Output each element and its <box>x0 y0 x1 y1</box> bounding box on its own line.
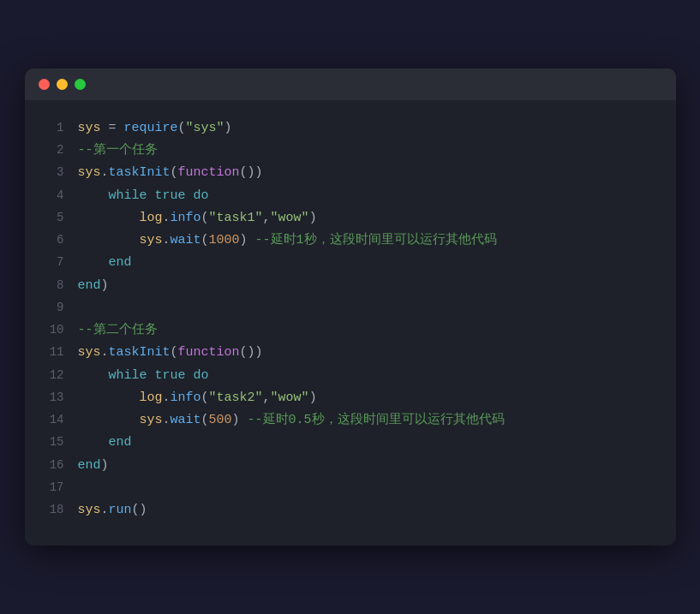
code-line: 12 while true do <box>25 365 676 387</box>
code-line: 4 while true do <box>25 185 676 207</box>
code-line: 16 end) <box>25 455 676 477</box>
code-line: 11 sys.taskInit(function()) <box>25 342 676 364</box>
code-line: 14 sys.wait(500) --延时0.5秒，这段时间里可以运行其他代码 <box>25 409 676 432</box>
minimize-button[interactable] <box>57 79 68 90</box>
code-line: 15 end <box>25 432 676 454</box>
code-line: 6 sys.wait(1000) --延时1秒，这段时间里可以运行其他代码 <box>25 230 676 252</box>
code-line: 1 sys = require("sys") <box>25 117 676 140</box>
code-line: 10 --第二个任务 <box>25 319 676 342</box>
code-line: 2 --第一个任务 <box>25 140 676 162</box>
code-line: 13 log.info("task2","wow") <box>25 387 676 409</box>
titlebar <box>25 69 676 100</box>
code-line: 3 sys.taskInit(function()) <box>25 162 676 184</box>
code-line: 8 end) <box>25 275 676 297</box>
code-line: 18 sys.run() <box>25 499 676 522</box>
code-line: 7 end <box>25 252 676 274</box>
code-line: 17 <box>25 477 676 499</box>
code-line: 5 log.info("task1","wow") <box>25 207 676 230</box>
code-window: 1 sys = require("sys") 2 --第一个任务 3 sys.t… <box>25 69 676 546</box>
close-button[interactable] <box>39 79 50 90</box>
code-editor: 1 sys = require("sys") 2 --第一个任务 3 sys.t… <box>25 100 676 546</box>
code-line: 9 <box>25 297 676 319</box>
maximize-button[interactable] <box>75 79 86 90</box>
